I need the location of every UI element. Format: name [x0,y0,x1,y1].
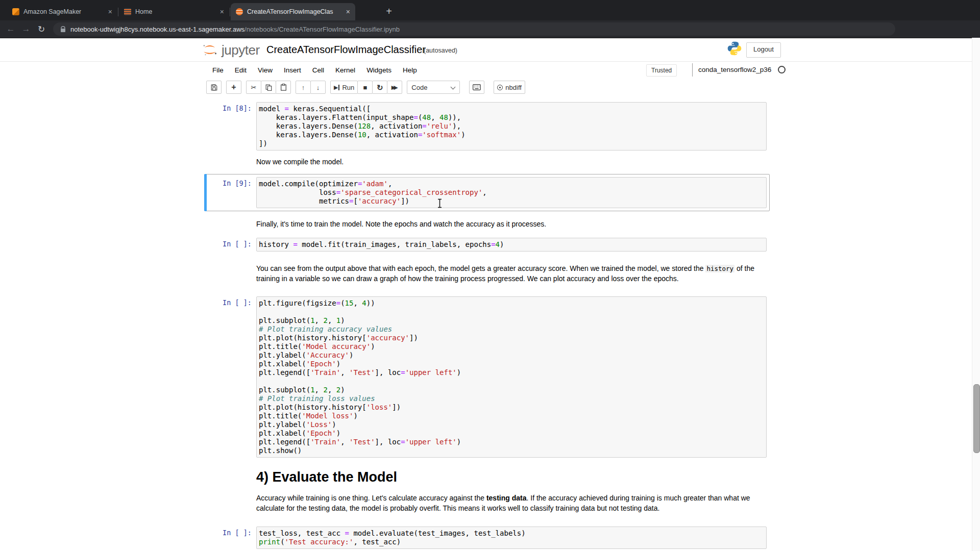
cell-type-select[interactable]: Code [407,81,460,94]
jupyter-toolbar: +✂↑↓▶Run■↻▶▶ Code nbdiff [0,79,980,97]
sagemaker-favicon-icon [12,8,19,15]
chevron-down-icon [451,85,456,90]
logout-button[interactable]: Logout [746,42,781,58]
code-line: # Plot training accuracy values [259,325,764,334]
url-path: /notebooks/CreateATensorFlowImageClassif… [244,26,400,33]
code-line: loss='sparse_categorical_crossentropy', [259,188,764,197]
move-cell-up-button[interactable]: ↑ [296,81,311,94]
menu-item-edit[interactable]: Edit [229,66,252,74]
code-line: plt.legend(['Train', 'Test'], loc='upper… [259,368,764,377]
markdown-cell[interactable]: Now we compile the model. [256,157,767,167]
code-line: plt.xlabel('Epoch') [259,360,764,368]
code-line: plt.title('Model accuracy') [259,342,764,351]
browser-tab-2[interactable]: Home× [119,3,229,20]
code-line: plt.title('Model loss') [259,412,764,420]
markdown-cell[interactable]: Accuracy while training is one thing. Le… [256,493,767,513]
code-line: model.compile(optimizer='adam', [259,180,764,188]
code-cell[interactable]: In [ ]:plt.figure(figsize=(15, 4)) plt.s… [204,293,770,461]
menu-item-widgets[interactable]: Widgets [361,66,397,74]
menu-item-file[interactable]: File [207,66,229,74]
jupyter-wordmark: jupyter [222,42,260,58]
notebook-title[interactable]: CreateATensorFlowImageClassifier [266,44,426,56]
cell-input[interactable]: test_loss, test_acc = model.evaluate(tes… [256,527,767,549]
add-cell-button[interactable]: + [226,81,241,94]
tab-title: Amazon SageMaker [23,8,81,15]
code-line: metrics=['accuracy']) [259,197,764,206]
interrupt-kernel-button[interactable]: ■ [357,81,373,94]
tab-close-icon[interactable]: × [342,8,350,15]
new-tab-button[interactable]: + [382,5,396,19]
menu-item-cell[interactable]: Cell [307,66,330,74]
toolbar-group: ▶Run■↻▶▶ [330,81,402,94]
jupyter-header: jupyter CreateATensorFlowImageClassifier… [0,38,980,62]
tab-close-icon[interactable]: × [216,8,224,15]
restart-run-all-button[interactable]: ▶▶ [387,81,402,94]
code-cell[interactable]: In [9]:model.compile(optimizer='adam', l… [204,174,770,211]
copy-cells-button[interactable] [261,81,276,94]
lock-icon [60,26,66,33]
menu-item-insert[interactable]: Insert [278,66,307,74]
cell-input[interactable]: model = keras.Sequential([ keras.layers.… [256,102,767,151]
code-line: plt.legend(['Train', 'Test'], loc='upper… [259,438,764,446]
code-line: plt.ylabel('Loss') [259,420,764,429]
menu-item-kernel[interactable]: Kernel [330,66,361,74]
tabs-container: Amazon SageMaker×Home×CreateATensorFlowI… [7,3,355,20]
kernel-name[interactable]: conda_tensorflow2_p36 [698,66,771,73]
cell-prompt: In [ ]: [207,527,256,549]
code-cell[interactable]: In [ ]:test_loss, test_acc = model.evalu… [204,523,770,551]
menu-item-view[interactable]: View [252,66,278,74]
trusted-badge[interactable]: Trusted [646,64,677,77]
back-button[interactable]: ← [3,24,18,34]
cell-prompt: In [ ]: [207,296,256,458]
tab-separator [230,8,230,16]
tab-title: Home [135,8,152,15]
browser-tab-1[interactable]: Amazon SageMaker× [7,3,117,20]
tab-separator [118,8,118,16]
toolbar-buttons: +✂↑↓▶Run■↻▶▶ Code nbdiff [206,81,525,94]
save-button[interactable] [206,81,222,94]
code-line: plt.xlabel('Epoch') [259,429,764,438]
code-line: plt.plot(history.history['loss']) [259,403,764,412]
code-line: plt.plot(history.history['accuracy']) [259,334,764,342]
cell-prompt: In [8]: [207,102,256,151]
toolbar-group: ↑↓ [296,81,326,94]
code-cell[interactable]: In [8]:model = keras.Sequential([ keras.… [204,99,770,154]
jupyter-logo[interactable]: jupyter [201,41,260,59]
markdown-cell[interactable]: You can see from the output above that w… [256,264,767,284]
section-heading[interactable]: 4) Evaluate the Model [256,469,397,485]
page-scrollbar[interactable] [972,38,980,551]
browser-window: Amazon SageMaker×Home×CreateATensorFlowI… [0,0,980,551]
cell-prompt: In [ ]: [207,238,256,252]
command-palette-button[interactable] [469,81,484,94]
code-cell[interactable]: In [ ]:history = model.fit(train_images,… [204,235,770,255]
kernel-separator [692,63,693,77]
jupyter-logo-icon [201,41,218,59]
paste-cells-button[interactable] [276,81,291,94]
cell-input[interactable]: history = model.fit(train_images, train_… [256,238,767,252]
toolbar-group: ✂ [246,81,291,94]
browser-tab-3[interactable]: CreateATensorFlowImageClas× [231,3,355,20]
code-line: keras.layers.Flatten(input_shape=(48, 48… [259,113,764,122]
cell-input[interactable]: plt.figure(figsize=(15, 4)) plt.subplot(… [256,296,767,458]
reload-button[interactable]: ↻ [34,24,49,35]
scrollbar-thumb[interactable] [973,384,980,453]
browser-tab-strip: Amazon SageMaker×Home×CreateATensorFlowI… [0,0,980,20]
menu-item-help[interactable]: Help [397,66,423,74]
move-cell-down-button[interactable]: ↓ [310,81,326,94]
nbdiff-button[interactable]: nbdiff [494,81,525,94]
code-line: history = model.fit(train_images, train_… [259,240,764,249]
code-line: model = keras.Sequential([ [259,105,764,113]
tab-close-icon[interactable]: × [104,8,112,15]
forward-button[interactable]: → [18,24,34,34]
nbdiff-label: nbdiff [505,84,522,91]
address-bar[interactable]: notebook-udtwigjh8cys.notebook.us-east-1… [53,22,895,36]
menu-items: FileEditViewInsertCellKernelWidgetsHelp [207,62,423,79]
run-button[interactable]: ▶Run [330,81,358,94]
notebook-area: In [8]:model = keras.Sequential([ keras.… [0,97,972,551]
browser-toolbar: ← → ↻ notebook-udtwigjh8cys.notebook.us-… [0,20,980,38]
cell-input[interactable]: model.compile(optimizer='adam', loss='sp… [256,177,767,208]
markdown-cell[interactable]: Finally, it's time to train the model. N… [256,219,767,230]
restart-kernel-button[interactable]: ↻ [372,81,387,94]
cut-cells-button[interactable]: ✂ [246,81,261,94]
toolbar-group [206,81,222,94]
